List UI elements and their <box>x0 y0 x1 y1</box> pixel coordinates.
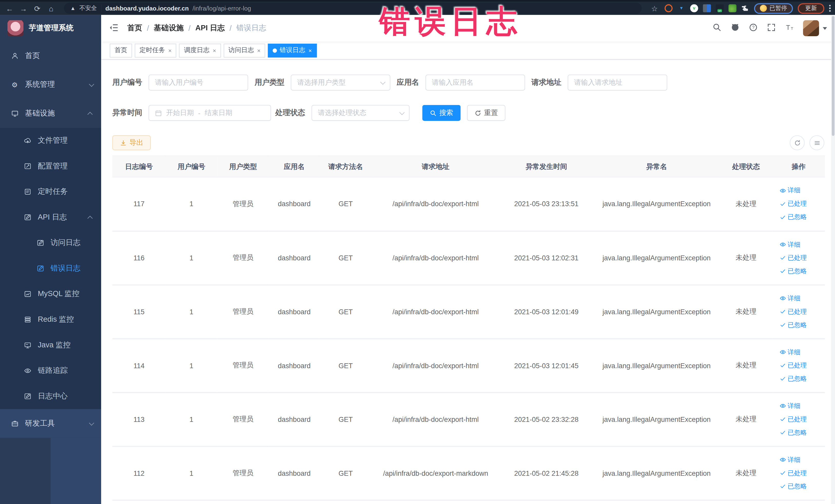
breadcrumb-infra[interactable]: 基础设施 <box>154 23 184 33</box>
toolbox-icon <box>11 420 19 427</box>
scrollbar-thumb[interactable] <box>832 16 834 136</box>
detail-link[interactable]: 详细 <box>772 345 825 359</box>
page-scrollbar[interactable] <box>831 15 835 504</box>
ignored-link[interactable]: 已忽略 <box>772 372 825 385</box>
forward-icon[interactable]: → <box>18 3 29 13</box>
svg-text:T: T <box>786 24 790 31</box>
fullscreen-icon[interactable] <box>767 23 776 33</box>
sidebar-item-devtool[interactable]: 研发工具 <box>0 409 101 438</box>
detail-link[interactable]: 详细 <box>772 238 825 251</box>
cell-log-id: 116 <box>113 231 166 285</box>
ignored-link[interactable]: 已忽略 <box>772 480 825 493</box>
sidebar-item-job[interactable]: 定时任务 <box>0 179 101 205</box>
sidebar-item-apilog[interactable]: API 日志 <box>0 205 101 230</box>
sidebar-item-errorlog[interactable]: 错误日志 <box>0 256 101 281</box>
request-url-input[interactable]: 请输入请求地址 <box>568 75 667 90</box>
processed-link[interactable]: 已处理 <box>772 305 825 318</box>
back-icon[interactable]: ← <box>4 3 15 13</box>
edit-square-icon <box>23 162 31 170</box>
cell-app-name: dashboard <box>269 338 320 392</box>
home-icon[interactable]: ⌂ <box>46 3 56 13</box>
detail-link[interactable]: 详细 <box>772 184 825 197</box>
processed-link[interactable]: 已处理 <box>772 466 825 480</box>
col-user-id: 用户编号 <box>166 156 217 177</box>
sidebar-item-accesslog[interactable]: 访问日志 <box>0 230 101 256</box>
reset-button[interactable]: 重置 <box>467 105 505 121</box>
chrome-update-button[interactable]: 更新 <box>798 3 824 13</box>
puzzle-extensions-icon[interactable] <box>741 4 749 12</box>
user-id-input[interactable]: 请输入用户编号 <box>149 75 248 90</box>
process-status-label: 处理状态 <box>276 108 305 118</box>
sidebar-item-file[interactable]: 文件管理 <box>0 128 101 154</box>
sidebar-item-infra[interactable]: 基础设施 <box>0 99 101 128</box>
processed-link[interactable]: 已处理 <box>772 359 825 372</box>
search-button[interactable]: 搜索 <box>422 105 461 121</box>
app-name-input[interactable]: 请输入应用名 <box>426 75 525 90</box>
bookmark-star-icon[interactable]: ☆ <box>649 3 660 13</box>
breadcrumb-apilog[interactable]: API 日志 <box>195 23 225 33</box>
col-actions: 操作 <box>772 156 825 177</box>
check-icon <box>779 308 786 315</box>
refresh-table-button[interactable] <box>790 135 805 150</box>
ignored-link[interactable]: 已忽略 <box>772 318 825 332</box>
sidebar-item-home[interactable]: 首页 <box>0 42 101 70</box>
screen-icon <box>23 341 31 349</box>
close-icon[interactable]: × <box>168 47 172 54</box>
sidebar-item-java[interactable]: Java 监控 <box>0 332 101 358</box>
cell-user-type: 管理员 <box>217 231 269 285</box>
extension-green-v-icon[interactable]: v <box>690 4 698 12</box>
tab-job-log[interactable]: 调度日志× <box>179 43 221 57</box>
close-icon[interactable]: × <box>213 47 216 54</box>
tab-job[interactable]: 定时任务× <box>135 43 177 57</box>
tab-home[interactable]: 首页 <box>109 43 132 57</box>
breadcrumb: 首页 / 基础设施 / API 日志 / 错误日志 <box>127 23 266 33</box>
ignored-link[interactable]: 已忽略 <box>772 264 825 278</box>
processed-link[interactable]: 已处理 <box>772 412 825 426</box>
sidebar-item-config[interactable]: 配置管理 <box>0 153 101 179</box>
extension-leaf-icon[interactable] <box>729 4 736 12</box>
extension-shield-icon[interactable]: ▼ <box>677 4 685 12</box>
extension-switch-icon[interactable]: on <box>716 4 724 12</box>
ignored-link[interactable]: 已忽略 <box>772 210 825 224</box>
detail-link[interactable]: 详细 <box>772 292 825 305</box>
processed-link[interactable]: 已处理 <box>772 197 825 210</box>
detail-link[interactable]: 详细 <box>772 399 825 412</box>
ignored-link[interactable]: 已忽略 <box>772 426 825 439</box>
breadcrumb-home[interactable]: 首页 <box>127 23 142 33</box>
process-status-select[interactable]: 请选择处理状态 <box>312 105 410 121</box>
processed-link[interactable]: 已处理 <box>772 251 825 264</box>
column-settings-button[interactable] <box>809 135 824 150</box>
sidebar-fold-icon[interactable] <box>109 23 119 34</box>
sidebar-item-mysql[interactable]: MySQL 监控 <box>0 281 101 307</box>
github-icon[interactable] <box>731 23 739 33</box>
cell-user-id: 1 <box>166 285 217 339</box>
user-type-select[interactable]: 请选择用户类型 <box>291 75 390 90</box>
app-logo[interactable]: 芋道管理系统 <box>0 15 101 42</box>
reload-icon[interactable]: ⟳ <box>32 3 42 13</box>
sidebar-item-logcenter[interactable]: 日志中心 <box>0 384 101 409</box>
extension-grid-icon[interactable] <box>703 4 711 12</box>
address-bar[interactable]: ▲ 不安全 dashboard.yudao.iocoder.cn /infra/… <box>64 3 642 14</box>
cell-log-id: 114 <box>113 338 166 392</box>
profile-paused-badge[interactable]: 已暂停 <box>754 3 793 13</box>
extension-orange-icon[interactable] <box>665 4 673 12</box>
detail-link[interactable]: 详细 <box>772 453 825 466</box>
tab-error-log[interactable]: 错误日志× <box>268 43 317 57</box>
tab-access-log[interactable]: 访问日志× <box>224 43 265 57</box>
search-icon <box>430 109 436 116</box>
close-icon[interactable]: × <box>308 47 312 54</box>
help-icon[interactable]: ? <box>749 23 758 33</box>
log-edit-icon <box>36 264 44 273</box>
app-title: 芋道管理系统 <box>29 23 74 33</box>
sidebar-item-system[interactable]: ⚙ 系统管理 <box>0 70 101 99</box>
user-menu[interactable] <box>803 20 827 36</box>
close-icon[interactable]: × <box>257 47 261 54</box>
export-button[interactable]: 导出 <box>113 135 151 150</box>
search-icon[interactable] <box>713 23 721 33</box>
exception-time-range-picker[interactable]: 开始日期 - 结束日期 <box>149 105 271 121</box>
font-size-icon[interactable]: TT <box>785 23 794 33</box>
browser-menu-icon[interactable] <box>829 5 831 12</box>
sidebar-item-redis[interactable]: Redis 监控 <box>0 307 101 332</box>
cell-user-id: 1 <box>166 338 217 392</box>
sidebar-item-trace[interactable]: 链路追踪 <box>0 358 101 384</box>
